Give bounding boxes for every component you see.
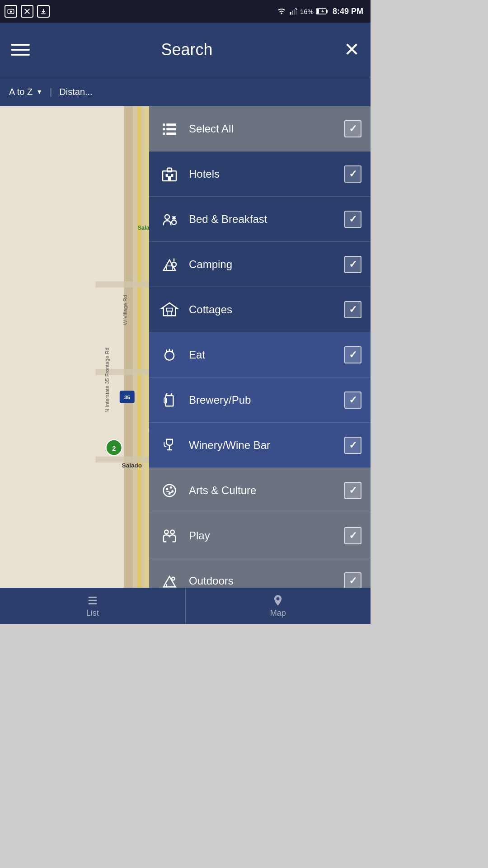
arts-label: Arts & Culture (189, 484, 336, 497)
svg-rect-84 (166, 266, 172, 270)
list-nav-label: List (86, 609, 99, 618)
signal-icon (289, 7, 297, 15)
arts-icon (158, 479, 181, 502)
play-checkbox[interactable]: ✓ (344, 527, 361, 544)
status-icons-left (5, 5, 50, 18)
svg-marker-89 (166, 308, 172, 311)
svg-text:Salado: Salado (122, 462, 142, 469)
svg-text:35: 35 (124, 394, 130, 400)
svg-rect-70 (163, 123, 165, 126)
battery-text: 16% (300, 8, 314, 15)
winery-checkbox[interactable]: ✓ (344, 437, 361, 454)
play-icon (158, 524, 181, 547)
sort-az-button[interactable]: A to Z ▼ (9, 87, 42, 97)
svg-rect-77 (166, 174, 168, 177)
svg-line-97 (171, 393, 172, 396)
svg-rect-18 (124, 106, 132, 588)
svg-point-81 (165, 215, 169, 219)
category-select-all[interactable]: Select All ✓ (149, 106, 371, 151)
svg-point-102 (170, 486, 172, 488)
svg-rect-78 (171, 174, 173, 177)
eat-icon (158, 344, 181, 366)
camping-icon (158, 253, 181, 276)
brewery-checkbox[interactable]: ✓ (344, 392, 361, 409)
bnb-icon (158, 208, 181, 231)
brewery-icon (158, 389, 181, 411)
svg-text:W Village Rd: W Village Rd (122, 295, 128, 325)
outdoors-label: Outdoors (189, 575, 336, 587)
outdoors-icon (158, 570, 181, 588)
sort-arrow-icon: ▼ (36, 88, 42, 95)
svg-text:2: 2 (112, 445, 116, 452)
eat-checkbox[interactable]: ✓ (344, 346, 361, 363)
category-play[interactable]: Play ✓ (149, 513, 371, 558)
clock: 8:49 PM (333, 7, 363, 16)
svg-point-105 (164, 530, 168, 533)
arts-checkbox[interactable]: ✓ (344, 482, 361, 499)
category-winery[interactable]: Winery/Wine Bar ✓ (149, 423, 371, 468)
select-all-checkbox[interactable]: ✓ (344, 120, 361, 137)
svg-rect-13 (326, 10, 328, 13)
svg-point-100 (164, 484, 176, 496)
svg-rect-80 (167, 168, 172, 171)
svg-rect-88 (167, 311, 172, 316)
category-outdoors[interactable]: Outdoors ✓ (149, 558, 371, 588)
map-nav-label: Map (270, 609, 286, 618)
svg-rect-7 (292, 11, 293, 15)
category-bed-breakfast[interactable]: Bed & Breakfast ✓ (149, 197, 371, 242)
category-dropdown: Select All ✓ Hotels ✓ Bed & Breakfast ✓ … (149, 106, 371, 588)
svg-rect-120 (88, 603, 97, 604)
outdoors-checkbox[interactable]: ✓ (344, 572, 361, 588)
svg-rect-74 (163, 132, 165, 135)
list-nav-item[interactable]: List (0, 588, 186, 624)
camping-checkbox[interactable]: ✓ (344, 256, 361, 273)
svg-rect-73 (166, 128, 176, 130)
svg-point-101 (166, 488, 169, 490)
category-hotels[interactable]: Hotels ✓ (149, 151, 371, 197)
sort-distance-button[interactable]: Distan... (59, 87, 92, 97)
play-label: Play (189, 529, 336, 542)
svg-rect-79 (168, 176, 171, 181)
svg-text:N Interstate 35 Frontage Rd: N Interstate 35 Frontage Rd (104, 348, 110, 413)
close-button[interactable]: ✕ (344, 40, 360, 59)
bnb-checkbox[interactable]: ✓ (344, 211, 361, 228)
header: Search ✕ (0, 23, 371, 77)
status-bar: 16% 8:49 PM (0, 0, 371, 23)
brewery-label: Brewery/Pub (189, 394, 336, 406)
hamburger-button[interactable] (11, 44, 30, 56)
wifi-icon (277, 7, 286, 15)
category-brewery[interactable]: Brewery/Pub ✓ (149, 377, 371, 423)
svg-rect-72 (163, 128, 165, 130)
download-icon (37, 5, 50, 18)
category-arts[interactable]: Arts & Culture ✓ (149, 468, 371, 513)
map-nav-item[interactable]: Map (186, 588, 371, 624)
svg-point-121 (277, 597, 280, 600)
svg-point-106 (171, 530, 174, 533)
cottage-icon (158, 298, 181, 321)
cottages-checkbox[interactable]: ✓ (344, 301, 361, 318)
svg-rect-8 (294, 9, 295, 15)
category-camping[interactable]: Camping ✓ (149, 242, 371, 287)
list-nav-icon (86, 594, 99, 607)
category-cottages[interactable]: Cottages ✓ (149, 287, 371, 332)
category-eat[interactable]: Eat ✓ (149, 332, 371, 377)
status-right-icons: 16% (277, 7, 328, 15)
hotels-checkbox[interactable]: ✓ (344, 165, 361, 183)
svg-rect-12 (317, 9, 319, 14)
svg-rect-16 (137, 106, 142, 588)
select-all-label: Select All (189, 123, 336, 135)
svg-point-82 (172, 220, 176, 224)
header-title: Search (161, 40, 212, 59)
cottages-label: Cottages (189, 303, 336, 316)
hotel-icon (158, 163, 181, 185)
sort-bar: A to Z ▼ | Distan... (0, 77, 371, 106)
svg-point-5 (281, 13, 282, 14)
svg-rect-119 (88, 599, 97, 601)
list-icon (158, 118, 181, 140)
svg-point-1 (10, 11, 12, 13)
bnb-label: Bed & Breakfast (189, 213, 336, 226)
svg-rect-6 (290, 12, 291, 15)
svg-rect-118 (88, 596, 97, 598)
winery-label: Winery/Wine Bar (189, 439, 336, 452)
svg-rect-71 (166, 123, 176, 126)
